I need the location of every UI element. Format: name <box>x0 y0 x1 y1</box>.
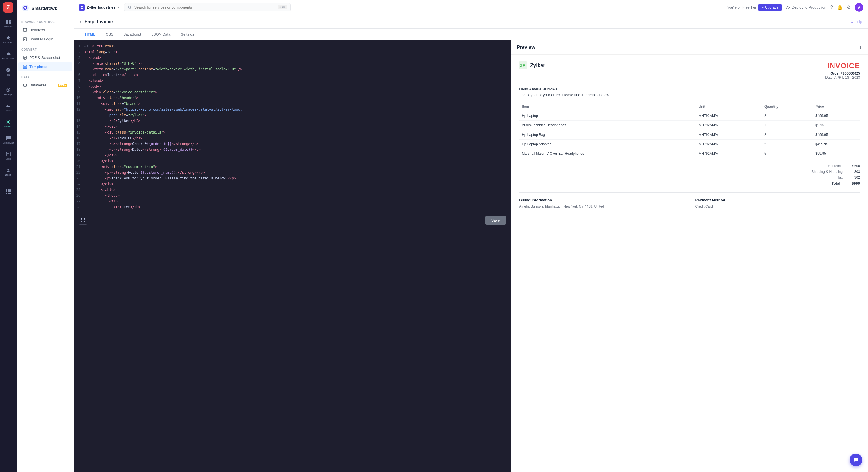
svg-rect-1 <box>9 20 11 22</box>
sidebar-item-headless-label: Headless <box>29 28 45 32</box>
code-editor[interactable]: 1 <!DOCTYPE html> 2 <html lang="en"> 3 <… <box>74 40 511 472</box>
sidebar: SmartBrowz BROWSER CONTROL Headless Brow… <box>17 0 74 472</box>
invoice-totals: Subtotal $500 Shipping & Handling $03 Ta… <box>519 164 860 186</box>
search-input[interactable] <box>134 5 275 9</box>
sidebar-item-serverless[interactable]: Serverless <box>1 32 16 47</box>
save-button[interactable]: Save <box>485 216 506 224</box>
code-line-9: 9 <div class="invoice-container"> <box>74 89 511 95</box>
tab-html[interactable]: HTML <box>80 29 100 40</box>
back-button[interactable]: ‹ <box>80 19 82 25</box>
upgrade-button[interactable]: ✦ Upgrade <box>758 4 782 11</box>
code-line-2: 2 <html lang="en"> <box>74 49 511 55</box>
shipping-value: $03 <box>854 170 860 174</box>
sidebar-item-convokraft[interactable]: ConvoKraft <box>1 132 16 147</box>
code-line-1: 1 <!DOCTYPE html> <box>74 43 511 49</box>
subtotal-value: $500 <box>852 164 860 168</box>
subtotal-label: Subtotal <box>828 164 841 168</box>
invoice-preview: ZF Zylker INVOICE Order #800000025 Date:… <box>511 55 868 472</box>
sidebar-item-cloud-scale[interactable]: Cloud Scale <box>1 48 16 63</box>
invoice-title-block: INVOICE Order #800000025 Date: APRIL 1ST… <box>825 61 860 80</box>
topbar-right: You're on Free Tier ✦ Upgrade Deploy to … <box>727 3 863 12</box>
col-unit: Unit <box>696 102 762 111</box>
shipping-row: Shipping & Handling $03 <box>811 170 860 174</box>
sidebar-item-services[interactable]: Services <box>1 16 16 31</box>
icon-rail: Z Services Serverless Cloud Scale Zia De… <box>0 0 17 472</box>
expand-editor-button[interactable] <box>79 216 87 224</box>
code-line-14: 14 </div> <box>74 124 511 129</box>
sidebar-item-browser-logic-label: Browser Logic <box>29 37 53 41</box>
sidebar-item-zest-label: ZEST <box>5 174 11 177</box>
convert-section-label: CONVERT <box>17 44 74 53</box>
settings-icon[interactable]: ⚙ <box>847 5 851 10</box>
sidebar-item-smart[interactable]: Smart... <box>1 116 16 131</box>
sidebar-item-zest[interactable]: ZEST <box>1 164 16 180</box>
sidebar-item-templates[interactable]: Templates <box>19 62 72 71</box>
help-icon[interactable]: ? <box>830 5 833 10</box>
sidebar-item-apps[interactable] <box>1 184 16 199</box>
company-name: ZylkerIndustries <box>87 5 116 9</box>
sidebar-item-devops[interactable]: DevOps <box>1 84 16 99</box>
dataverse-icon <box>23 83 27 87</box>
sidebar-item-devops-label: DevOps <box>4 94 13 96</box>
search-bar[interactable]: ⌘+K <box>124 3 291 11</box>
invoice-table-head: Item Unit Quantity Price <box>519 102 860 111</box>
tab-css[interactable]: CSS <box>100 29 119 40</box>
more-options-button[interactable]: ··· <box>841 19 847 25</box>
invoice-company-name: Zylker <box>530 63 545 69</box>
preview-header-icons: ⛶ ⤓ <box>850 45 862 50</box>
code-line-6: 6 <title>Invoice</title> <box>74 72 511 78</box>
sidebar-item-pdf-screenshot[interactable]: PDF & Screenshot <box>19 53 72 62</box>
invoice-greeting: Hello Amelia Burrows.. Thank you for you… <box>519 87 860 98</box>
deploy-button[interactable]: Deploy to Production <box>786 5 826 9</box>
item-price: $499.95 <box>812 130 860 139</box>
code-line-4: 4 <meta charset="UTF-8" /> <box>74 61 511 66</box>
item-qty: 2 <box>762 139 812 149</box>
headless-icon <box>23 28 27 32</box>
item-price: $9.95 <box>812 121 860 130</box>
item-price: $99.95 <box>812 149 860 158</box>
sidebar-item-cloud-scale-label: Cloud Scale <box>2 58 14 60</box>
sidebar-item-browser-logic[interactable]: Browser Logic <box>19 35 72 44</box>
sidebar-item-quickml[interactable]: QuickML <box>1 100 16 115</box>
svg-rect-0 <box>6 20 8 22</box>
tab-json-data[interactable]: JSON Data <box>147 29 176 40</box>
tab-settings[interactable]: Settings <box>176 29 199 40</box>
help-button[interactable]: ⊙ Help <box>850 20 862 24</box>
item-qty: 1 <box>762 121 812 130</box>
topbar-company[interactable]: Z ZylkerIndustries <box>79 4 121 11</box>
editor-title: Emp_Invoice <box>85 19 113 24</box>
zylker-logo-icon: ZF <box>519 61 527 69</box>
payment-section: Payment Method Credit Card <box>695 198 860 209</box>
item-name: Hp Laptop Bag <box>519 130 696 139</box>
sidebar-item-slate[interactable]: Slate <box>1 149 16 163</box>
user-avatar[interactable]: A <box>855 3 863 12</box>
tab-javascript[interactable]: JavaScript <box>119 29 147 40</box>
item-unit: MH792AM/A <box>696 121 762 130</box>
browser-control-section-label: BROWSER CONTROL <box>17 17 74 25</box>
sidebar-header: SmartBrowz <box>17 0 74 17</box>
tax-value: $02 <box>854 176 860 180</box>
sidebar-app-name: SmartBrowz <box>32 6 57 11</box>
browser-logic-icon <box>23 37 27 41</box>
chat-fab-button[interactable] <box>849 453 862 466</box>
code-line-20: 20 </div> <box>74 158 511 164</box>
sidebar-item-dataverse[interactable]: Dataverse BETA <box>19 81 72 90</box>
code-line-24: 24 </div> <box>74 181 511 187</box>
invoice-order-number: Order #800000025 <box>830 71 860 75</box>
bell-icon[interactable]: 🔔 <box>837 5 843 10</box>
sidebar-item-headless[interactable]: Headless <box>19 26 72 34</box>
preview-expand-icon[interactable]: ⛶ <box>850 45 855 50</box>
code-line-28: 28 <th>Item</th> <box>74 204 511 210</box>
sidebar-item-templates-label: Templates <box>29 65 48 69</box>
svg-rect-14 <box>6 193 7 194</box>
svg-point-5 <box>8 89 9 90</box>
sidebar-item-zia[interactable]: Zia <box>1 64 16 79</box>
sidebar-item-quickml-label: QuickML <box>4 110 13 112</box>
total-row: Total $999 <box>832 181 860 186</box>
code-line-12b: png" alt="Zylker"> <box>74 112 511 118</box>
item-name: Hp Laptop Adapter <box>519 139 696 149</box>
preview-download-icon[interactable]: ⤓ <box>859 45 862 50</box>
table-row: Audio-Technica Headphones MH792AM/A 1 $9… <box>519 121 860 130</box>
free-tier-badge: You're on Free Tier ✦ Upgrade <box>727 4 782 11</box>
invoice-greeting-name: Hello Amelia Burrows.. <box>519 87 860 92</box>
